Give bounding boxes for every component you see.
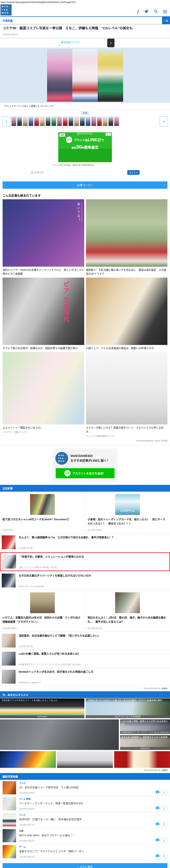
thumbnail[interactable] — [108, 117, 114, 126]
thumbnail[interactable] — [91, 117, 96, 126]
maruka-ad-banner[interactable]: 広告 ⓘ X MARUKA LINE ブランド品LINE@で 最短30秒簡単査定 — [58, 132, 112, 162]
featured-card-image: SAMPLE — [115, 494, 140, 515]
photo-viewer — [0, 48, 170, 103]
mantanweb-logo[interactable]: MAN TAN WEB — [1, 4, 11, 16]
related-item[interactable]: 川越シェフ：テレビ出演激減の理由は、顔面に16針縫うけが — [86, 278, 168, 350]
article-header: コミケ95：厳選コスプレ写真を一挙公開 えなこ、伊織もえ降臨 “CGレベル”の美… — [0, 24, 170, 38]
thumbnail[interactable] — [74, 117, 79, 126]
chevron-right-icon: › — [164, 183, 165, 187]
thumbnail[interactable] — [114, 117, 119, 126]
thumbnail[interactable] — [23, 117, 28, 126]
featured-source: AD(BOSE on antenna* ) — [19, 679, 168, 684]
featured-card[interactable]: 明日のまんぷく：1月8日 第81回 福子、敏子からある融資を頼まれ… 萬平が出し… — [85, 590, 170, 632]
featured-card[interactable]: 街で見つけたオシャレ40代コーデをSNAP！December⑦ AD(STORY… — [0, 492, 85, 534]
tile-title: 「本当に走っているの？」と思ってしまうほど静か、クラウン試乗体験公開中 — [86, 699, 170, 703]
thumbnail[interactable] — [62, 117, 68, 126]
latest-photo-item[interactable]: テレビ 松井玲奈：27歳でセーラー服に 鈴木福の初恋の相手… 2019年01月0… — [0, 812, 170, 828]
osusume-tile[interactable]: モデルから助産師へ。堂珍敦子さんの“人生転換” AD(VERY) — [120, 735, 170, 750]
osusume-video-tile[interactable] — [0, 719, 119, 750]
prev-arrow-button[interactable]: ‹ — [2, 116, 10, 126]
osusume-tile[interactable] — [0, 751, 56, 768]
related-item[interactable]: 風間俊介：不妊治療に臨む車いす生活の夫に 妻役は酒井美紀 11月放送のSPドラマ… — [86, 199, 168, 276]
search-icon[interactable] — [154, 9, 158, 14]
featured-card-source: (2019年1月6日) — [88, 526, 168, 531]
related-image — [86, 199, 168, 267]
osusume-tile[interactable] — [57, 751, 113, 768]
latest-photo-item[interactable]: 芸能 BOYS AND MEN：初のナゴヤドーム公演は「… 2019年01月07… — [0, 828, 170, 844]
tile-title: 今年日本でつぶやかれたツイートを分析したらこうなった — [0, 699, 84, 703]
featured-list-item[interactable]: BOSEのヘッドホンが生み出す、研ぎ澄まされた時間の過ごし方 AD(BOSE o… — [0, 668, 170, 686]
thumbnail[interactable] — [80, 117, 85, 126]
related-item[interactable]: ピア 女の時代 グラビア美少女の時代：綾瀬はるか、相武紗季らの秘蔵写真が再び — [3, 278, 84, 350]
related-title: 風間俊介：不妊治療に臨む車いす生活の夫に 妻役は酒井美紀 11月放送のSPドラマ… — [86, 268, 168, 276]
list-button[interactable]: 一覧 — [162, 17, 170, 24]
featured-list-item[interactable]: まんぷく：第14週視聴率19.7% 三が日明けで初の大台割れ 萬平が理事長に！？… — [0, 534, 170, 552]
twitter-icon[interactable] — [144, 9, 148, 14]
facebook-icon[interactable]: f — [137, 9, 139, 14]
info-icon[interactable]: ⓘ — [106, 133, 108, 136]
thumbnail[interactable] — [68, 117, 74, 126]
featured-list-item-highlighted[interactable]: 「老後不安」を解消、シミュレーションが簡単にわかる AD(フィデリティ投信 on… — [0, 552, 170, 571]
featured-list-item[interactable]: なぜ日本企業はダイバーシティを推進しなければいけないのか AD(オムロン on … — [0, 572, 170, 590]
osusume-tile[interactable]: LGBTの働く環境。星賢人さんが見つめる未来とは？ AD(株式会社クリーク・アン… — [120, 719, 170, 734]
featured-list-item[interactable]: LGBTの働く環境。星賢人さんが見つめる未来とは？ AD(株式会社クリーク・アン… — [0, 650, 170, 668]
next-arrow-button[interactable]: › — [160, 116, 168, 126]
thumbnail[interactable] — [34, 117, 39, 126]
article-page-button[interactable]: 記事ページへ › — [3, 181, 167, 189]
thumbnail[interactable] — [85, 117, 91, 126]
ad-site-button[interactable]: サイトへ — [127, 170, 139, 175]
ad-advertiser[interactable]: ⓘ株式会社ノジマ — [58, 40, 79, 44]
logo-line: MAN — [2, 5, 11, 8]
thumbnail[interactable] — [45, 117, 51, 126]
ad-next-button[interactable]: › — [107, 38, 115, 47]
latest-photos-section-bar: 最新写真特集 — [0, 773, 170, 780]
latest-category: アニメ 映画 — [19, 797, 156, 801]
thumbnail[interactable] — [57, 117, 62, 126]
maruka-logo: MARUKA — [58, 132, 112, 135]
line-add-friend-button[interactable]: LINE アカウントを友だち追加！ — [56, 468, 115, 478]
thumbnail[interactable] — [40, 117, 45, 126]
menu-icon[interactable] — [163, 10, 167, 13]
related-heading: こんな記事も読まれています — [3, 193, 167, 197]
recommended-by-popin[interactable]: Recommended by popIn — [0, 686, 170, 691]
section-label[interactable]: 写真特集 — [2, 19, 13, 22]
main-photo[interactable] — [47, 49, 123, 102]
related-item[interactable]: ムスメノート「寝起きのごほうび」 コモドライフ[提供リンク] — [3, 352, 84, 437]
latest-photo-item[interactable]: アニメ 映画 バースデー・ワンダーランド：原恵一監督の新作が4月… 2019年0… — [0, 796, 170, 812]
recommended-by-popin[interactable]: Recommended by popIn — [0, 768, 170, 773]
thumbnail[interactable] — [11, 117, 16, 126]
osusume-tile[interactable] — [114, 751, 170, 768]
featured-cards: 街で見つけたオシャレ40代コーデをSNAP！December⑦ AD(STORY… — [0, 492, 170, 534]
ad-close-icon[interactable]: X — [59, 44, 60, 46]
latest-category: テレビ — [19, 813, 156, 816]
related-title: 川越シェフ：テレビ出演激減の理由は、顔面に16針縫うけが — [86, 346, 168, 350]
related-title: 池田エライザ：PARCOの水着キャンペーンモデルに 美しいボタニカル柄のビキニ姿… — [3, 268, 84, 276]
osusume-tile[interactable]: 「本当に走っているの？」と思ってしまうほど静か、クラウン試乗体験公開中 AD(ク… — [86, 699, 170, 718]
latest-photo-item[interactable]: テレビ 24：初の日本版リメーク制作決定 テレ朝×20世紀… 2019年01月0… — [0, 780, 170, 796]
ad-label: 広告 — [59, 133, 65, 137]
thumbnail[interactable] — [97, 117, 102, 126]
ad-headline: ブランド品 — [74, 139, 88, 142]
line-icon: LINE — [66, 136, 72, 143]
recommended-by-yahoo[interactable]: Recommended by Yahoo! JAPAN — [0, 439, 170, 444]
featured-card[interactable]: SAMPLE 小倉唯：初のトレーディングカード化 妹だったら！ 同じサークルだっ… — [85, 492, 170, 534]
close-icon[interactable]: X — [109, 133, 111, 136]
page: https://mantan-web.jp/photo/20190105dog0… — [0, 0, 170, 868]
featured-list-item[interactable]: 浅田真央：全日本選手権はテレビで観戦 「若い子たちを応援したい」 (2019年1… — [0, 632, 170, 650]
main-photo-panel — [72, 49, 98, 102]
latest-date: 2019年01月07日 — [19, 823, 156, 826]
related-item[interactable]: マイカーが欲しいけど？専業主婦やパート・アルバイトでも申し込める… オリックス自… — [86, 352, 168, 437]
related-item[interactable]: 泳いでる？ 池田エライザ：PARCOの水着キャンペーンモデルに 美しいボタニカル… — [3, 199, 84, 276]
thumbnail[interactable] — [102, 117, 108, 126]
osusume-tile[interactable]: 今年日本でつぶやかれたツイートを分析したらこうなった AD(Twitter) — [0, 699, 84, 718]
thumbnail[interactable] — [28, 117, 34, 126]
thumbnail[interactable] — [51, 117, 56, 126]
featured-card-source: (2019年1月8日) — [2, 624, 83, 630]
thumbnail[interactable] — [17, 117, 22, 126]
featured-source: AD(フィデリティ投信 on MONEY PLUS) — [19, 563, 167, 568]
latest-date: 2019年01月08日 — [19, 807, 156, 810]
featured-title: LGBTの働く環境。星賢人さんが見つめる未来とは？ — [19, 652, 168, 656]
latest-photo-item[interactable]: ゲーム 逆転オセロニア：マクドナルドとコラボ 無料クーポン… 2019年01月0… — [0, 844, 170, 860]
featured-card[interactable]: いだてん：宮藤官九郎作19年大河 初回から大反響 テンポの良さ視聴者絶賛「さすが… — [0, 590, 85, 632]
show-more-button[interactable]: › さらに表示 — [3, 863, 167, 868]
